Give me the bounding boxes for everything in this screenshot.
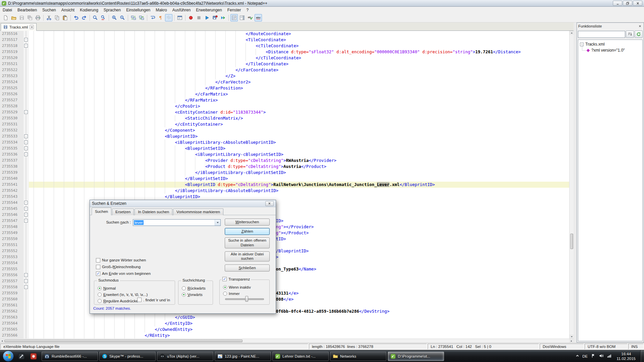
pinned-app-icon-1[interactable] bbox=[16, 351, 26, 361]
bookmark-margin[interactable] bbox=[19, 49, 23, 55]
bookmark-margin[interactable] bbox=[19, 145, 23, 152]
editor-line[interactable]: 2735545-<iBlueprintLibrary-cAbsoluteBlue… bbox=[0, 206, 569, 212]
editor-line[interactable]: 2735555<Name d:type="cDeltaString">Autom… bbox=[0, 266, 569, 272]
sort-button[interactable] bbox=[626, 31, 634, 38]
macro-save-icon[interactable] bbox=[211, 14, 219, 21]
editor-line[interactable]: 2735541<BlueprintID d:type="cDeltaString… bbox=[0, 182, 569, 188]
bookmark-margin[interactable] bbox=[19, 91, 23, 97]
line-text[interactable]: </BlueprintSetID> bbox=[29, 176, 569, 182]
show-desktop-button[interactable] bbox=[640, 350, 644, 362]
clock[interactable]: 16:44 11.02.2015 bbox=[615, 352, 637, 361]
bookmark-margin[interactable] bbox=[19, 212, 23, 218]
sync-horizontal-scrolling-icon[interactable] bbox=[138, 14, 145, 21]
bookmark-margin[interactable] bbox=[19, 314, 23, 320]
editor-line[interactable]: 2735532</Component> bbox=[0, 127, 569, 133]
bookmark-margin[interactable] bbox=[19, 158, 23, 164]
bookmark-margin[interactable] bbox=[19, 320, 23, 326]
panel-close-icon[interactable] bbox=[637, 24, 642, 28]
fold-toggle-icon[interactable]: - bbox=[23, 133, 29, 139]
find-dialog-tab-vorkommnisse-markieren[interactable]: Vorkommnisse markieren bbox=[173, 208, 223, 215]
transparency-checkbox[interactable]: ✓Transparenz bbox=[221, 277, 251, 281]
line-text[interactable]: </BlueprintID> bbox=[29, 194, 569, 200]
vertical-scrollbar-thumb[interactable] bbox=[570, 234, 573, 249]
line-text[interactable]: </EntityID> bbox=[29, 320, 569, 326]
dialog-titlebar[interactable]: Suchen & Ersetzen bbox=[90, 200, 276, 207]
status-eol-format[interactable]: Dos\Windows bbox=[540, 344, 584, 349]
fold-toggle-icon[interactable]: - bbox=[23, 152, 29, 158]
editor-line[interactable]: 2735548<Provider d:type="cDeltaString"><… bbox=[0, 224, 569, 230]
macro-record-icon[interactable] bbox=[187, 14, 195, 21]
editor-line[interactable]: 2735542</iBlueprintLibrary-cAbsoluteBlue… bbox=[0, 188, 569, 194]
save-icon[interactable] bbox=[18, 14, 25, 21]
line-text[interactable]: <Distance d:type="sFloat32" d:alt_encodi… bbox=[29, 49, 569, 55]
bookmark-margin[interactable] bbox=[19, 121, 23, 127]
menu-item-erweiterungen[interactable]: Erweiterungen bbox=[193, 7, 224, 13]
function-list-icon[interactable] bbox=[230, 14, 238, 21]
close-button[interactable] bbox=[633, 1, 642, 6]
line-text[interactable]: </Component> bbox=[29, 127, 569, 133]
line-text[interactable]: </cTileCoordinate> bbox=[29, 55, 569, 61]
editor-line[interactable]: 2735563</cGUID> bbox=[0, 314, 569, 320]
zoom-out-icon[interactable] bbox=[119, 14, 126, 21]
taskbar-button-networks[interactable]: Networks bbox=[330, 352, 386, 361]
menu-item-ansicht[interactable]: Ansicht bbox=[59, 7, 77, 13]
bookmark-margin[interactable] bbox=[19, 206, 23, 212]
line-text[interactable]: </cPosOri> bbox=[29, 103, 569, 109]
macro-stop-icon[interactable] bbox=[195, 14, 203, 21]
bookmark-margin[interactable] bbox=[19, 176, 23, 182]
line-text[interactable]: <StaticChildrenMatrix/> bbox=[29, 115, 569, 121]
editor-line[interactable]: 2735551</BlueprintSetID> bbox=[0, 242, 569, 248]
horizontal-scrollbar-thumb[interactable] bbox=[4, 340, 243, 342]
status-insert-mode[interactable]: INS bbox=[628, 344, 644, 349]
line-text[interactable]: </cFarMatrix> bbox=[29, 91, 569, 97]
spell-check-auto-icon[interactable] bbox=[255, 14, 262, 21]
show-hidden-icons-chevron[interactable] bbox=[576, 354, 579, 358]
sync-vertical-scrolling-icon[interactable] bbox=[130, 14, 137, 21]
line-text[interactable]: </RFarMatrix> bbox=[29, 97, 569, 103]
bookmark-margin[interactable] bbox=[19, 61, 23, 67]
macro-play-icon[interactable] bbox=[203, 14, 211, 21]
wrap-around-checkbox[interactable]: ✓Am Ende von vorn beginnen bbox=[96, 270, 151, 277]
bookmark-margin[interactable] bbox=[19, 103, 23, 109]
line-text[interactable]: </cFarCoordinate> bbox=[29, 67, 569, 73]
line-text[interactable]: <BlueprintID> bbox=[29, 133, 569, 139]
editor-line[interactable]: 2735538<Product d:type="cDeltaString">Au… bbox=[0, 164, 569, 170]
start-button[interactable] bbox=[3, 351, 14, 362]
editor-line[interactable]: 2735547-<iBlueprintLibrary-cBlueprintSet… bbox=[0, 218, 569, 224]
tab-close-icon[interactable] bbox=[30, 25, 34, 29]
editor-line[interactable]: 2735550</iBlueprintLibrary-cBlueprintSet… bbox=[0, 236, 569, 242]
editor-line[interactable]: 2735565</cOwnedEntity> bbox=[0, 326, 569, 333]
find-all-open-docs-button[interactable]: Suche in allen offenen Dateien bbox=[225, 237, 270, 248]
restore-button[interactable] bbox=[623, 1, 632, 6]
cut-icon[interactable] bbox=[45, 14, 53, 21]
editor-line[interactable]: 2735558-<UUID> bbox=[0, 284, 569, 290]
editor[interactable]: 2735516</RouteCoordinate>2735517-<TileCo… bbox=[0, 31, 569, 339]
bookmark-margin[interactable] bbox=[19, 37, 23, 43]
undo-icon[interactable] bbox=[72, 14, 80, 21]
editor-horizontal-scrollbar[interactable] bbox=[0, 339, 574, 343]
editor-line[interactable]: 2735535-<BlueprintSetID> bbox=[0, 145, 569, 152]
line-text[interactable]: <TileCoordinate> bbox=[29, 37, 569, 43]
taskbar-button-skype-profess[interactable]: Skype™ - profess... bbox=[99, 352, 156, 361]
bookmark-margin[interactable] bbox=[19, 224, 23, 230]
bookmark-margin[interactable] bbox=[19, 278, 23, 284]
fold-toggle-icon[interactable]: - bbox=[23, 278, 29, 284]
minimize-button[interactable] bbox=[613, 1, 622, 6]
editor-line[interactable]: 2735539</iBlueprintLibrary-cBlueprintSet… bbox=[0, 170, 569, 176]
editor-line[interactable]: 2735556-<EntityID> bbox=[0, 272, 569, 278]
bookmark-margin[interactable] bbox=[19, 230, 23, 236]
editor-line[interactable]: 2735525</RFarPosition> bbox=[0, 85, 569, 91]
editor-line[interactable]: 2735524</cFarVector2> bbox=[0, 79, 569, 85]
menu-item-sprachen[interactable]: Sprachen bbox=[101, 7, 123, 13]
line-text[interactable]: </TileCoordinate> bbox=[29, 61, 569, 67]
bookmark-margin[interactable] bbox=[19, 302, 23, 308]
spell-check-icon[interactable] bbox=[247, 14, 254, 21]
line-text[interactable]: <Product d:type="cDeltaString">Austria</… bbox=[29, 164, 569, 170]
bookmark-margin[interactable] bbox=[19, 79, 23, 85]
bookmark-margin[interactable] bbox=[19, 109, 23, 115]
editor-line[interactable]: 2735518-<cTileCoordinate> bbox=[0, 43, 569, 49]
menu-item-suchen[interactable]: Suchen bbox=[40, 7, 59, 13]
line-text[interactable]: <cEntityContainer d:id="1183873344"> bbox=[29, 109, 569, 115]
find-dialog-tab-suchen[interactable]: Suchen bbox=[92, 207, 111, 215]
tab-tracks-xml[interactable]: Tracks.xml bbox=[1, 23, 37, 31]
